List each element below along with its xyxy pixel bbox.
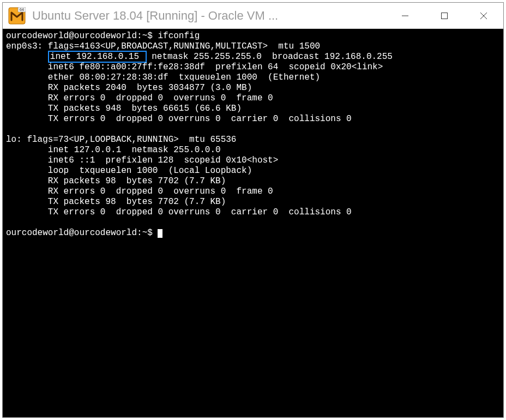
- terminal[interactable]: ourcodeworld@ourcodeworld:~$ ifconfig en…: [3, 29, 503, 417]
- window-title: Ubuntu Server 18.04 [Running] - Oracle V…: [32, 9, 385, 23]
- maximize-button[interactable]: [425, 3, 464, 29]
- output-line: RX errors 0 dropped 0 overruns 0 frame 0: [6, 187, 273, 196]
- shell-prompt: ourcodeworld@ourcodeworld:~$: [6, 31, 158, 41]
- output-line: TX packets 948 bytes 66615 (66.6 KB): [6, 104, 242, 113]
- titlebar[interactable]: 64 Ubuntu Server 18.04 [Running] - Oracl…: [3, 3, 503, 29]
- output-line: loop txqueuelen 1000 (Local Loopback): [6, 166, 252, 176]
- cursor: [158, 229, 162, 238]
- minimize-button[interactable]: [385, 3, 425, 29]
- close-button[interactable]: [464, 3, 503, 29]
- shell-prompt: ourcodeworld@ourcodeworld:~$: [6, 228, 158, 238]
- output-line: inet 127.0.0.1 netmask 255.0.0.0: [6, 145, 221, 155]
- output-line: lo: flags=73<UP,LOOPBACK,RUNNING> mtu 65…: [6, 135, 236, 145]
- svg-rect-4: [442, 13, 448, 19]
- output-line: ether 08:00:27:28:38:df txqueuelen 1000 …: [6, 73, 320, 82]
- svg-text:64: 64: [20, 8, 24, 11]
- output-line: enp0s3: flags=4163<UP,BROADCAST,RUNNING,…: [6, 41, 320, 51]
- virtualbox-vm-icon: 64: [8, 7, 26, 25]
- output-line: RX packets 98 bytes 7702 (7.7 KB): [6, 176, 226, 186]
- output-line: inet6 fe80::a00:27ff:fe28:38df prefixlen…: [6, 62, 383, 72]
- command-text: ifconfig: [158, 31, 200, 41]
- vm-window: 64 Ubuntu Server 18.04 [Running] - Oracl…: [2, 2, 504, 418]
- output-line: inet6 ::1 prefixlen 128 scopeid 0x10<hos…: [6, 155, 278, 165]
- highlighted-ip: inet 192.168.0.15: [48, 51, 147, 63]
- output-line: TX packets 98 bytes 7702 (7.7 KB): [6, 197, 226, 207]
- output-line: netmask 255.255.255.0 broadcast 192.168.…: [147, 52, 393, 62]
- output-line: TX errors 0 dropped 0 overruns 0 carrier…: [6, 114, 352, 124]
- output-indent: [6, 52, 48, 62]
- window-controls: [385, 3, 503, 28]
- output-line: TX errors 0 dropped 0 overruns 0 carrier…: [6, 207, 352, 217]
- output-line: RX errors 0 dropped 0 overruns 0 frame 0: [6, 93, 273, 103]
- output-line: RX packets 2040 bytes 3034877 (3.0 MB): [6, 83, 252, 93]
